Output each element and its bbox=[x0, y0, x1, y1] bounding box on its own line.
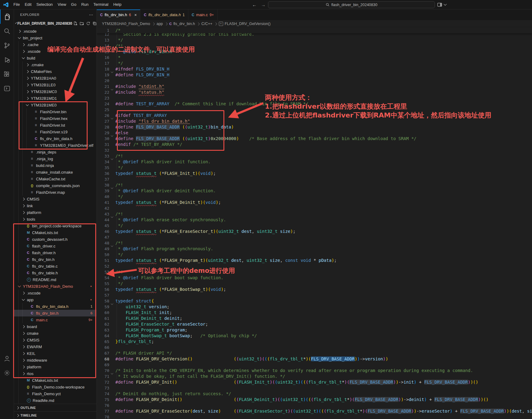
tree-item-flash-driver-h[interactable]: Cflash_driver.h bbox=[14, 249, 96, 256]
code-line-40[interactable]: 40 */ bbox=[97, 194, 532, 200]
code-line-63[interactable]: 63 FLASH_Program_t program; bbox=[97, 327, 532, 333]
tree-item-fls-drv-table-h[interactable]: Cfls_drv_table.h bbox=[14, 269, 96, 276]
menu-selection[interactable]: Selection bbox=[34, 2, 55, 7]
code-line-57[interactable]: 57 bbox=[97, 292, 532, 298]
tree-item-flash-driver-c[interactable]: Cflash_driver.c bbox=[14, 243, 96, 249]
tree-item-cmakelists-txt[interactable]: MCMakeLists.txt bbox=[14, 377, 96, 384]
extensions-icon[interactable] bbox=[0, 67, 14, 81]
breadcrumb-item-ytm32b1ha0-flash-demo[interactable]: YTM32B1HA0_Flash_Demo bbox=[102, 22, 150, 26]
tree-item-ytm32b1ha0-flash-demo[interactable]: YTM32B1HA0_Flash_Demo● bbox=[14, 283, 96, 290]
tree-item-ewarm[interactable]: EWARM bbox=[14, 343, 96, 350]
code-line-19[interactable]: 19#define FLS_DRV_BIN_H bbox=[97, 72, 532, 78]
tree-item-cmakelists-txt[interactable]: MCMakeLists.txt bbox=[14, 229, 96, 236]
code-line-72[interactable]: 72#define FLASH_DRV_Init() ((FLASH_Init_… bbox=[97, 379, 532, 385]
code-line-68[interactable]: 68#define FLASH_DRV_GetVersion() ((uint3… bbox=[97, 356, 532, 362]
code-line-69[interactable]: 69 bbox=[97, 362, 532, 368]
breadcrumb-item-app[interactable]: app bbox=[157, 22, 163, 26]
breadcrumb-item-c-c[interactable]: C/C++ bbox=[201, 22, 212, 26]
code-line-55[interactable]: 55 */ bbox=[97, 281, 532, 287]
code-line-36[interactable]: 36typedef status_t (*FLASH_Init_t)(void)… bbox=[97, 171, 532, 176]
tree-item-flashdriver-s19[interactable]: ≡FlashDriver.s19 bbox=[14, 128, 96, 135]
tree-item-ninja-deps[interactable]: ≡.ninja_deps bbox=[14, 149, 96, 155]
code-line-32[interactable]: 32 bbox=[97, 147, 532, 153]
tab-main-c[interactable]: Cmain.c9+ bbox=[188, 9, 218, 20]
tree-item-cache[interactable]: .cache bbox=[14, 41, 96, 48]
tree-item-build[interactable]: build bbox=[14, 55, 96, 61]
account-icon[interactable] bbox=[0, 351, 14, 366]
code-line-53[interactable]: 53/*! bbox=[97, 269, 532, 275]
tree-item-readme-md[interactable]: iReadMe.md bbox=[14, 397, 96, 404]
run-debug-icon[interactable] bbox=[0, 52, 14, 67]
code-line-23[interactable]: 23 bbox=[97, 95, 532, 101]
tab-fls-drv-bin-h[interactable]: Cfls_drv_bin.h6× bbox=[97, 9, 140, 20]
settings-gear-icon[interactable] bbox=[0, 366, 14, 380]
code-line-59[interactable]: 59 uint32_t version; bbox=[97, 304, 532, 310]
code-line-38[interactable]: 38/*! bbox=[97, 182, 532, 188]
code-line-44[interactable]: 44 * @brief Flash erase sector synchrono… bbox=[97, 217, 532, 223]
tree-item-vscode[interactable]: .vscode bbox=[14, 28, 96, 34]
code-line-24[interactable]: 24#define TEST_BY_ARRAY /* Comment this … bbox=[97, 101, 532, 107]
tree-item-compile-commands-json[interactable]: {}compile_commands.json bbox=[14, 182, 96, 189]
tree-item-custom-devassert-h[interactable]: Ccustom_devassert.h bbox=[14, 236, 96, 243]
tree-item-board[interactable]: board bbox=[14, 323, 96, 330]
files-icon[interactable] bbox=[0, 9, 14, 24]
code-line-15[interactable]: 15 * @file fls_drv_bin.h bbox=[97, 49, 532, 55]
code-line-73[interactable]: 73 bbox=[97, 385, 532, 391]
layout-panel-icon[interactable] bbox=[437, 2, 442, 7]
code-line-26[interactable]: 26#ifdef TEST_BY_ARRAY bbox=[97, 113, 532, 118]
code-line-33[interactable]: 33/*! bbox=[97, 153, 532, 159]
tree-item-fls-drv-bin-h[interactable]: Cfls_drv_bin.h bbox=[14, 256, 96, 263]
code-line-45[interactable]: 45 */ bbox=[97, 223, 532, 229]
refresh-icon[interactable] bbox=[86, 21, 90, 26]
forward-button[interactable]: → bbox=[261, 2, 266, 7]
code-line-20[interactable]: 20 bbox=[97, 78, 532, 84]
tree-item-ytm32b1me0-flashdriver-elf[interactable]: ≡YTM32B1ME0_FlashDriver.elf bbox=[14, 142, 96, 149]
tree-item-cmakecache-txt[interactable]: ≡CMakeCache.txt bbox=[14, 175, 96, 182]
code-line-64[interactable]: 64 FLASH_BootSwap_t bootSwap; /* Optiona… bbox=[97, 333, 532, 339]
tree-item-cmsis[interactable]: CMSIS bbox=[14, 337, 96, 343]
code-line-65[interactable]: 65}fls_drv_tbl_t; bbox=[97, 339, 532, 345]
menu-terminal[interactable]: Terminal bbox=[91, 2, 111, 7]
code-line-62[interactable]: 62 FLASH_EraseSector_t eraseSector; bbox=[97, 321, 532, 327]
code-line-78[interactable]: 78 bbox=[97, 414, 532, 419]
code-line-29[interactable]: 29#else bbox=[97, 130, 532, 136]
outline-section[interactable]: OUTLINE bbox=[14, 404, 96, 411]
tree-item-tools[interactable]: tools bbox=[14, 216, 96, 222]
menu-file[interactable]: File bbox=[11, 2, 22, 7]
tree-item-platform[interactable]: platform bbox=[14, 209, 96, 216]
close-tab-icon[interactable]: × bbox=[134, 13, 137, 17]
back-button[interactable]: ← bbox=[252, 2, 257, 7]
code-line-14[interactable]: 14/*! bbox=[97, 43, 532, 49]
explorer-more-actions[interactable]: ⋯ bbox=[89, 12, 93, 17]
code-line-28[interactable]: 28#define FLS_DRV_BASE_ADDR ((uint32_t)b… bbox=[97, 124, 532, 130]
code-line-35[interactable]: 35 */ bbox=[97, 165, 532, 171]
tree-item-fls-drv-bin-data-h[interactable]: Cfls_drv_bin_data.h1 bbox=[14, 303, 96, 310]
tree-item-platform[interactable]: platform bbox=[14, 363, 96, 370]
tree-item-cmake[interactable]: cmake bbox=[14, 330, 96, 337]
code-line-70[interactable]: 70/* Init to enble the CMD_VERIFY_EN, wh… bbox=[97, 368, 532, 374]
code-line-17[interactable]: 17 */ bbox=[97, 60, 532, 66]
menu-help[interactable]: Help bbox=[111, 2, 124, 7]
tree-item-flashdriver-lst[interactable]: ≡FlashDriver.lst bbox=[14, 122, 96, 128]
tree-item-flashdriver-hex[interactable]: ≡FlashDriver.hex bbox=[14, 115, 96, 122]
code-line-25[interactable]: 25 bbox=[97, 107, 532, 113]
code-line-42[interactable]: 42 bbox=[97, 205, 532, 211]
tree-item-flash-demo-code-workspace[interactable]: {}Flash_Demo.code-workspace bbox=[14, 384, 96, 390]
code-line-22[interactable]: 22#include "status.h" bbox=[97, 89, 532, 95]
code-line-50[interactable]: 50 */ bbox=[97, 252, 532, 258]
code-line-47[interactable]: 47 bbox=[97, 234, 532, 240]
tree-item-cmake-install-cmake[interactable]: ≡cmake_install.cmake bbox=[14, 169, 96, 175]
code-line-75[interactable]: 75#define FLASH_DRV_Deinit() ((FLASH_Dei… bbox=[97, 397, 532, 403]
code-line-58[interactable]: 58typedef struct{ bbox=[97, 298, 532, 304]
code-line-54[interactable]: 54 * @brief Flash driver boot swap funct… bbox=[97, 275, 532, 281]
code-line-49[interactable]: 49 * @brief Flash program synchronously. bbox=[97, 246, 532, 252]
tree-item-keil[interactable]: KEIL bbox=[14, 350, 96, 357]
tree-item-readme-md[interactable]: iREADME.md bbox=[14, 276, 96, 283]
tree-item-cmsis[interactable]: CMSIS bbox=[14, 196, 96, 202]
tree-item-ninja-log[interactable]: ≡.ninja_log bbox=[14, 155, 96, 162]
collapse-all-icon[interactable] bbox=[92, 21, 97, 26]
tree-item-cmakefiles[interactable]: CMakeFiles bbox=[14, 68, 96, 75]
tree-item-flashdriver-bin[interactable]: ≡FlashDriver.bin bbox=[14, 108, 96, 115]
code-line-77[interactable]: 77#define FLASH_DRV_EraseSector(dest, si… bbox=[97, 408, 532, 414]
code-line-76[interactable]: 76 bbox=[97, 403, 532, 408]
